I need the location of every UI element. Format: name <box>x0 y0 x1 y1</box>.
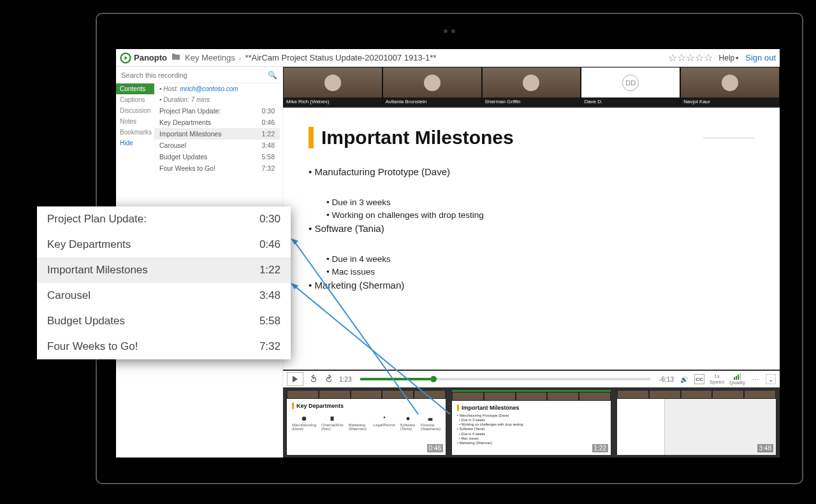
volume-button[interactable]: 🔊 <box>679 374 689 384</box>
thumb-time-1: 1:22 <box>592 444 608 452</box>
nav-contents[interactable]: Contents <box>116 83 154 94</box>
nav-captions[interactable]: Captions <box>116 94 154 105</box>
play-button[interactable] <box>287 372 303 386</box>
toc-item-3[interactable]: Carousel3:48 <box>154 140 280 151</box>
time-remaining: -6:13 <box>659 376 674 383</box>
folder-icon[interactable] <box>171 52 181 64</box>
main-panel: Mike Rich (Webex) Avitania Bronstein She… <box>283 67 780 457</box>
toc-item-0[interactable]: Project Plan Update:0:30 <box>154 105 280 117</box>
chevron-right-icon: › <box>239 54 242 62</box>
nav-bookmarks[interactable]: Bookmarks <box>116 127 154 138</box>
participant-0[interactable]: Mike Rich (Webex) <box>283 67 382 106</box>
popout-item-1[interactable]: Key Departments0:46 <box>37 232 291 257</box>
svg-point-7 <box>302 417 307 421</box>
search-icon[interactable]: 🔍 <box>268 71 277 80</box>
svg-marker-6 <box>293 376 298 382</box>
breadcrumb-folder[interactable]: Key Meetings <box>185 53 235 62</box>
player-controls: 1:23 -6:13 🔊 CC 1xSpeed Quality ⋯ ⌄ <box>283 371 780 387</box>
nav-hide[interactable]: Hide <box>116 138 154 148</box>
nav-discussion[interactable]: Discussion <box>116 105 154 116</box>
toc-item-4[interactable]: Budget Updates5:58 <box>154 151 280 162</box>
avatar-initials: DD <box>622 75 639 91</box>
slide-decoration <box>703 128 754 138</box>
popout-item-5[interactable]: Four Weeks to Go!7:32 <box>37 334 291 359</box>
nav-notes[interactable]: Notes <box>116 116 154 127</box>
more-menu-button[interactable]: ⋯ <box>750 374 761 384</box>
thumbnail-0[interactable]: Key Departments Manufacturing (Dave) Cha… <box>287 390 446 455</box>
breadcrumb-title: **AirCam Project Status Update-20201007 … <box>245 53 436 62</box>
toc-item-1[interactable]: Key Departments0:46 <box>154 117 280 128</box>
speed-button[interactable]: 1xSpeed <box>710 374 724 385</box>
thumbnail-strip: Key Departments Manufacturing (Dave) Cha… <box>283 387 780 457</box>
forward-10-button[interactable] <box>324 374 334 384</box>
sign-out-link[interactable]: Sign out <box>745 53 776 62</box>
tablet-camera <box>440 28 459 34</box>
popout-item-4[interactable]: Budget Updates5:58 <box>37 308 291 334</box>
toc-item-5[interactable]: Four Weeks to Go!7:32 <box>154 162 280 174</box>
rewind-10-button[interactable] <box>309 374 319 384</box>
slide-area: Important Milestones Manufacturing Proto… <box>283 108 780 370</box>
popout-item-2[interactable]: Important Milestones1:22 <box>37 257 291 283</box>
collapse-button[interactable]: ⌄ <box>766 374 776 384</box>
rating-stars[interactable]: ☆☆☆☆☆ <box>668 52 713 64</box>
svg-rect-10 <box>428 418 433 421</box>
accent-bar <box>309 127 314 148</box>
meta-duration: • Duration: 7 mins <box>154 94 280 105</box>
header-bar: Panopto Key Meetings › **AirCam Project … <box>116 49 780 67</box>
brand-text: Panopto <box>134 53 167 62</box>
toc-zoom-popout: Project Plan Update:0:30 Key Departments… <box>37 206 291 359</box>
svg-rect-8 <box>331 417 334 421</box>
quality-button[interactable]: Quality <box>729 373 745 385</box>
cc-button[interactable]: CC <box>694 374 704 384</box>
slide-title: Important Milestones <box>309 127 754 148</box>
toc-item-2[interactable]: Important Milestones1:22 <box>154 128 280 140</box>
popout-item-3[interactable]: Carousel3:48 <box>37 283 291 308</box>
participant-3[interactable]: DDDave D. <box>581 67 680 106</box>
thumb-time-2: 3:48 <box>757 444 773 452</box>
progress-knob[interactable] <box>430 376 437 382</box>
popout-item-0[interactable]: Project Plan Update:0:30 <box>37 206 291 232</box>
svg-point-9 <box>406 417 409 421</box>
thumb-time-0: 0:46 <box>427 444 443 452</box>
participant-1[interactable]: Avitania Bronstein <box>382 67 482 106</box>
participant-2[interactable]: Sherman Griffin <box>482 67 581 106</box>
participant-strip: Mike Rich (Webex) Avitania Bronstein She… <box>283 67 780 106</box>
host-email-link[interactable]: mrich@contoso.com <box>180 85 238 92</box>
thumbnail-2[interactable]: 3:48 <box>617 390 776 455</box>
svg-marker-5 <box>125 56 128 60</box>
help-menu[interactable]: Help▾ <box>719 54 740 62</box>
slide-content: Manufacturing Prototype (Dave) Due in 3 … <box>309 165 754 293</box>
meta-host: • Host: mrich@contoso.com <box>154 83 280 94</box>
panopto-logo[interactable]: Panopto <box>120 52 167 64</box>
participant-4[interactable]: Navjot Kaur <box>680 67 780 106</box>
search-bar[interactable]: 🔍 <box>116 67 282 83</box>
search-input[interactable] <box>121 71 268 79</box>
time-current: 1:23 <box>339 376 351 383</box>
thumbnail-1[interactable]: Important Milestones • Manufacturing Pro… <box>452 390 611 455</box>
progress-bar[interactable] <box>360 378 650 380</box>
